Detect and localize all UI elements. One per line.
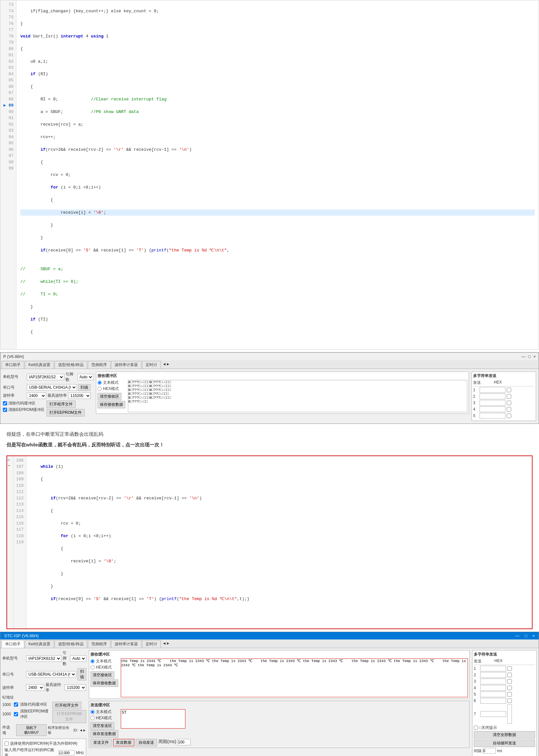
multichar-input-4[interactable] — [480, 406, 505, 412]
multichar-input-2[interactable] — [480, 393, 505, 399]
tab-example-1[interactable]: 范例程序 — [88, 361, 111, 369]
tab-keil-1[interactable]: Keil仿真设置 — [25, 361, 54, 369]
tab-baud-1[interactable]: 波特率计算器 — [111, 361, 141, 369]
tab-keil-2[interactable]: Keil仿真设置 — [25, 640, 54, 648]
mc2-input-1[interactable] — [480, 666, 506, 671]
interval-input[interactable] — [483, 748, 496, 754]
save-send-btn[interactable]: 保存发送数据 — [90, 730, 118, 738]
max-baud-select-1[interactable]: 115200 — [68, 392, 91, 399]
open-eeprom-btn-2[interactable]: 打开EEPROM文件 — [52, 710, 86, 723]
mc2-hex-2[interactable] — [507, 673, 512, 677]
period-input[interactable] — [178, 739, 191, 745]
mc2-hex-1[interactable] — [507, 666, 512, 671]
multichar-input-3[interactable] — [480, 400, 505, 406]
hex-mode-radio-1[interactable] — [98, 387, 102, 391]
tab-serial-helper-2[interactable]: 串口助手 — [2, 640, 24, 648]
multichar-hex-2[interactable] — [507, 394, 511, 399]
auto-send-btn[interactable]: 自动发送 — [136, 739, 157, 746]
tab-timer-1[interactable]: 定时计 — [142, 361, 161, 369]
tab-selection-1[interactable]: 选型/价格/样品 — [54, 361, 87, 369]
tab-baud-2[interactable]: 波特率计算器 — [111, 640, 141, 648]
text-mode-radio-send[interactable] — [90, 710, 95, 714]
multichar-panel-2: 多字符串发送 发送 HEX 1 2 3 — [472, 650, 537, 756]
clear-send-btn[interactable]: 清空发送区 — [90, 722, 114, 729]
tab-timer-2[interactable]: 定时计 — [142, 640, 161, 648]
clear-receive-btn-2[interactable]: 清空接收区 — [90, 671, 114, 679]
id-arrow[interactable]: ◄► — [79, 728, 86, 732]
text-mode-radio-2[interactable] — [90, 659, 95, 663]
open-eeprom-btn-1[interactable]: 打开EEPROM文件 — [46, 409, 85, 416]
baud-select-1[interactable]: 2400 — [27, 392, 46, 399]
close-hint-check[interactable] — [474, 726, 478, 730]
hex-mode-label-1: HEX模式 — [103, 386, 119, 391]
baud-select-2[interactable]: 2400 — [26, 684, 44, 691]
tab-selection-2[interactable]: 选型/价格/样品 — [54, 640, 87, 648]
tab-serial-helper-1[interactable]: 串口助手 — [2, 361, 24, 369]
mc2-hex-6[interactable] — [507, 699, 512, 703]
minimize-btn-1[interactable]: — — [521, 354, 526, 359]
clear-code-check-1[interactable] — [3, 401, 7, 405]
code-editor-1: 7374757677 7879808182 8384858687 88▶ 89 … — [0, 0, 539, 350]
minimize-btn-2[interactable]: — — [515, 633, 520, 638]
clear-eeprom-check-2[interactable] — [14, 712, 18, 716]
opt-irc-check[interactable] — [5, 741, 9, 746]
clear-receive-btn-1[interactable]: 清空接收区 — [98, 393, 121, 400]
mc2-hex-4[interactable] — [507, 686, 512, 690]
mcu-label-2: 单机型号 — [2, 655, 25, 661]
send-file-btn[interactable]: 发送文件 — [90, 739, 112, 746]
receive-textarea-1[interactable]: 8□???□-□□□8□???□-□□□ 8□???□-□□□8□???□-□□… — [128, 380, 467, 412]
tab-example-2[interactable]: 范例程序 — [88, 640, 111, 648]
scan-btn-2[interactable]: 扫描 — [78, 668, 86, 680]
save-receive-btn-2[interactable]: 保存接收数据 — [90, 679, 118, 687]
text-line1: 很疑惑，在串口中断里写正常函数会出现乱码 — [6, 430, 533, 438]
download-btn-2[interactable]: 脱机下载/U8/U7 — [16, 724, 46, 736]
scan-btn-1[interactable]: 扫描 — [78, 384, 90, 391]
tab-arrow-1[interactable]: ◄► — [162, 361, 171, 369]
clear-code-label-1: 清除代码缓冲区 — [8, 401, 36, 406]
send-data-btn[interactable]: 发送数据 — [113, 739, 134, 746]
mcu-select-2[interactable]: IAP15F2K61S2 — [26, 655, 61, 662]
multichar-hex-5[interactable] — [507, 414, 511, 418]
close-btn-2[interactable]: × — [532, 633, 535, 638]
auto-cycle-btn[interactable]: 自动循环发送 — [474, 739, 535, 747]
mcu-select-1[interactable]: IAP15F2K61S2 — [27, 374, 64, 380]
mc2-input-3[interactable] — [480, 678, 506, 684]
clear-eeprom-check-1[interactable] — [3, 408, 7, 412]
multichar-hex-4[interactable] — [507, 407, 511, 412]
maximize-btn-2[interactable]: □ — [525, 633, 527, 638]
pin-select-2[interactable]: Auto — [70, 655, 86, 662]
text-mode-radio-1[interactable] — [98, 380, 102, 385]
open-file-btn-2[interactable]: 打开程序文件 — [52, 702, 81, 709]
mc2-input-4[interactable] — [480, 685, 506, 691]
receive-textarea-2[interactable]: the Temp is 2343 ℃ the Temp is 2343 ℃ th… — [121, 658, 468, 697]
mc2-scroll[interactable] — [507, 704, 512, 724]
close-btn-1[interactable]: × — [533, 354, 536, 359]
hex-mode-radio-2[interactable] — [90, 665, 95, 669]
addr1-label: 1000 — [2, 702, 12, 707]
port-select-1[interactable]: USB-SERIAL CH341A (COM5) — [27, 384, 77, 390]
tab-arrow-2[interactable]: ◄► — [162, 640, 171, 648]
port-select-2[interactable]: USB-SERIAL CH341A (COM5) — [26, 671, 76, 678]
mc2-input-2[interactable] — [480, 672, 506, 678]
max-baud-select-2[interactable]: 115200 — [65, 684, 86, 691]
multichar-input-5[interactable] — [480, 413, 505, 419]
clear-all-btn[interactable]: 清空全部数据 — [474, 731, 535, 738]
mc2-hex-3[interactable] — [507, 679, 512, 684]
clear-code-check-2[interactable] — [14, 702, 18, 707]
multichar-input-1[interactable] — [480, 387, 505, 393]
multichar-hex-3[interactable] — [507, 401, 511, 405]
hex-mode-radio-send[interactable] — [90, 716, 95, 720]
multichar-hex-1[interactable] — [507, 388, 511, 392]
mc2-input-5[interactable] — [480, 691, 506, 697]
mc2-hex-5[interactable] — [507, 692, 512, 697]
mc2-input-6[interactable] — [480, 698, 506, 704]
maximize-btn-1[interactable]: □ — [528, 354, 531, 359]
send-textarea[interactable]: ST — [121, 709, 186, 728]
opt-freq-input[interactable] — [58, 750, 75, 755]
save-receive-btn-1[interactable]: 保存接收数据 — [98, 401, 125, 408]
pin-select-1[interactable]: Auto — [77, 374, 93, 380]
mcu-label-1: 单机型号 — [3, 374, 26, 379]
opt-irc-label: 选择使用内部IRC时钟(不选为外部时钟) — [10, 741, 78, 746]
mc2-input-7[interactable] — [480, 711, 506, 717]
open-file-btn-1[interactable]: 打开程序文件 — [46, 401, 76, 408]
